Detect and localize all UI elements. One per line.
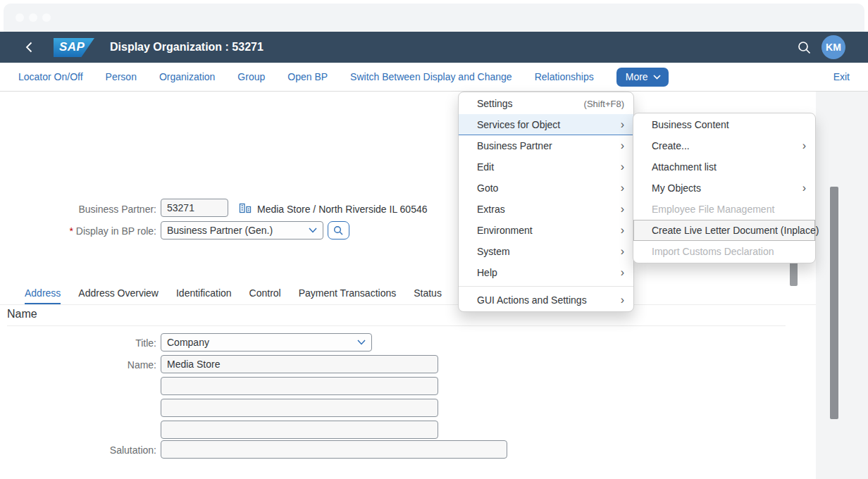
menu-item-goto[interactable]: Goto › <box>459 178 633 199</box>
menu-item-extras[interactable]: Extras › <box>459 199 633 220</box>
submenu-arrow-icon: › <box>802 140 806 151</box>
menu-item-environment[interactable]: Environment › <box>459 220 633 241</box>
chevron-left-icon <box>25 42 32 53</box>
submenu-arrow-icon: › <box>621 246 624 257</box>
partner-summary: Media Store / North Riverside IL 60546 <box>257 204 428 215</box>
business-partner-label: Business Partner: <box>0 204 156 215</box>
section-divider <box>7 325 786 326</box>
name-section-heading: Name <box>7 308 37 321</box>
menu-item-label: Business Content <box>652 119 729 130</box>
bp-role-value: Business Partner (Gen.) <box>167 225 273 236</box>
action-menubar: Locator On/Off Person Organization Group… <box>0 63 868 92</box>
chevron-down-icon <box>653 75 661 80</box>
menubar-item-organization[interactable]: Organization <box>159 71 215 82</box>
menubar-item-locator[interactable]: Locator On/Off <box>18 71 83 82</box>
menu-item-settings[interactable]: Settings (Shift+F8) <box>459 93 633 114</box>
menu-item-label: Help <box>477 267 497 278</box>
menu-item-label: GUI Actions and Settings <box>477 294 587 306</box>
tab-identification[interactable]: Identification <box>176 285 232 305</box>
salutation-label: Salutation: <box>0 444 156 456</box>
chevron-down-icon <box>357 340 366 345</box>
tab-payment-transactions[interactable]: Payment Transactions <box>299 285 397 305</box>
page-title: Display Organization : 53271 <box>110 41 264 54</box>
window-titlebar <box>4 4 864 32</box>
tab-address-overview[interactable]: Address Overview <box>78 285 159 305</box>
menu-item-system[interactable]: System › <box>459 241 633 262</box>
window-controls <box>16 13 51 22</box>
back-button[interactable] <box>25 42 32 56</box>
more-dropdown-menu: Settings (Shift+F8) Services for Object … <box>458 92 634 312</box>
business-partner-input[interactable] <box>161 199 228 217</box>
menu-item-edit[interactable]: Edit › <box>459 156 633 178</box>
tab-control[interactable]: Control <box>249 285 281 305</box>
menu-item-business-partner[interactable]: Business Partner › <box>459 135 633 156</box>
name-input-4[interactable] <box>161 421 438 439</box>
value-help-button[interactable] <box>328 221 349 240</box>
name-input-1[interactable] <box>161 355 438 373</box>
menu-item-label: Employee File Management <box>652 204 774 215</box>
title-value: Company <box>167 337 209 348</box>
menubar-item-open-bp[interactable]: Open BP <box>287 71 328 82</box>
submenu-arrow-icon: › <box>621 204 624 215</box>
menu-item-employee-file-management: Employee File Management <box>633 199 815 220</box>
menu-item-label: Goto <box>477 182 498 194</box>
sap-logo: SAP <box>54 38 94 57</box>
menu-item-import-customs-declaration: Import Customs Declaration <box>633 241 815 262</box>
tabstrip: Address Address Overview Identification … <box>25 285 442 305</box>
search-icon <box>333 225 344 236</box>
menubar-item-person[interactable]: Person <box>106 71 137 82</box>
services-for-object-submenu: Business Content Create... › Attachment … <box>633 113 816 263</box>
scrollbar-track[interactable] <box>816 92 868 479</box>
salutation-input[interactable] <box>161 440 507 459</box>
menu-item-label: Extras <box>477 204 505 215</box>
bp-role-label-text: Display in BP role: <box>76 225 156 237</box>
menu-item-label: Settings <box>477 98 513 109</box>
window-minimize-icon[interactable] <box>29 13 37 22</box>
title-select[interactable]: Company <box>161 333 372 352</box>
avatar[interactable]: KM <box>822 35 845 59</box>
required-asterisk: * <box>69 225 73 237</box>
tabstrip-border <box>0 304 816 305</box>
name-input-3[interactable] <box>161 399 438 417</box>
exit-button[interactable]: Exit <box>833 71 850 82</box>
menu-item-label: Edit <box>477 161 494 173</box>
submenu-arrow-icon: › <box>621 140 624 151</box>
menubar-item-group[interactable]: Group <box>237 71 265 82</box>
window-maximize-icon[interactable] <box>42 13 51 22</box>
menu-shortcut: (Shift+F8) <box>584 99 624 109</box>
menu-item-gui-actions-and-settings[interactable]: GUI Actions and Settings › <box>459 290 633 311</box>
menu-item-help[interactable]: Help › <box>459 262 633 283</box>
submenu-arrow-icon: › <box>802 182 806 194</box>
tab-status[interactable]: Status <box>414 285 442 305</box>
menu-item-label: Create Live Letter Document (Inplace) <box>652 225 819 236</box>
more-button-label: More <box>626 71 648 82</box>
bp-role-label: *Display in BP role: <box>0 225 156 237</box>
menu-item-label: Import Customs Declaration <box>652 246 774 257</box>
page-scrollbar-thumb[interactable] <box>830 187 838 419</box>
menubar-item-switch-display-change[interactable]: Switch Between Display and Change <box>350 71 512 82</box>
menu-item-create-live-letter-document[interactable]: Create Live Letter Document (Inplace) <box>633 220 815 241</box>
menu-item-services-for-object[interactable]: Services for Object › <box>459 114 633 135</box>
more-button[interactable]: More <box>616 68 669 87</box>
title-label: Title: <box>0 337 156 349</box>
menu-item-label: My Objects <box>652 182 701 194</box>
window-close-icon[interactable] <box>16 13 24 22</box>
menu-item-create[interactable]: Create... › <box>633 135 815 156</box>
shell-header: SAP Display Organization : 53271 KM <box>0 32 868 63</box>
menu-item-business-content[interactable]: Business Content <box>633 114 815 135</box>
menu-item-label: Environment <box>477 225 533 236</box>
menubar-item-relationships[interactable]: Relationships <box>535 71 594 82</box>
menu-item-my-objects[interactable]: My Objects › <box>633 178 815 199</box>
search-button[interactable] <box>798 41 811 57</box>
tab-address[interactable]: Address <box>25 285 61 305</box>
menu-item-label: Services for Object <box>477 119 560 130</box>
submenu-arrow-icon: › <box>621 119 624 130</box>
search-icon <box>798 41 811 54</box>
menu-item-label: Create... <box>652 140 690 151</box>
menu-item-attachment-list[interactable]: Attachment list <box>633 156 815 178</box>
menu-item-label: Attachment list <box>652 161 717 173</box>
bp-role-select[interactable]: Business Partner (Gen.) <box>161 221 323 240</box>
chevron-down-icon <box>309 228 317 233</box>
name-input-2[interactable] <box>161 377 438 395</box>
submenu-arrow-icon: › <box>621 267 624 278</box>
